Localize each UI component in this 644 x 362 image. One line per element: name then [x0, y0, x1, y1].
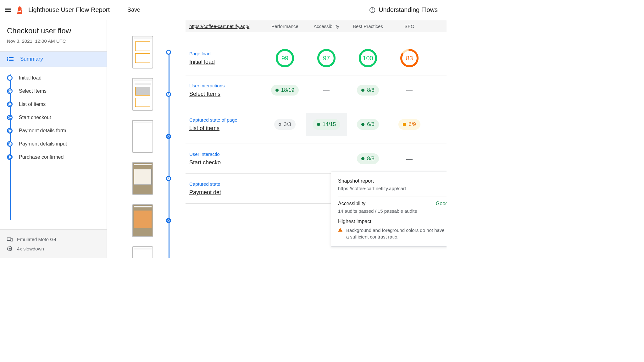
- timeline-item-5[interactable]: [132, 246, 186, 258]
- tooltip-url: https://coffee-cart.netlify.app/cart: [338, 186, 447, 196]
- report-row-1: User interactionsSelect Items18/19—8/8—: [186, 75, 447, 105]
- step-label: Start checkout: [19, 115, 51, 120]
- cpu-icon: [7, 246, 13, 251]
- snapshot-icon: [166, 218, 171, 223]
- row-title-link[interactable]: Select Items: [189, 91, 264, 97]
- devices-icon: [7, 237, 13, 242]
- step-label: Initial load: [19, 75, 42, 81]
- reports-header: https://coffee-cart.netlify.app/ Perform…: [186, 20, 447, 32]
- report-url-link[interactable]: https://coffee-cart.netlify.app/: [189, 24, 249, 29]
- timespan-icon: [7, 141, 13, 147]
- cpu-info: 4x slowdown: [7, 244, 100, 253]
- score-cell: —: [389, 155, 430, 162]
- sidebar-footer: Emulated Moto G4 4x slowdown: [0, 229, 107, 258]
- snapshot-icon: [7, 154, 13, 160]
- svg-rect-13: [7, 238, 11, 240]
- url-column: https://coffee-cart.netlify.app/: [186, 24, 264, 29]
- dot-icon: [361, 157, 364, 160]
- score-pill[interactable]: 8/8: [357, 153, 379, 164]
- col-performance: Performance: [264, 24, 306, 29]
- timeline-item-4[interactable]: [132, 204, 186, 237]
- sidebar-step-3[interactable]: Start checkout: [7, 111, 100, 124]
- row-title-link[interactable]: Start checko: [189, 159, 264, 166]
- step-label: Select Items: [19, 88, 47, 94]
- tooltip-impact-title: Highest impact: [338, 219, 447, 224]
- score-pill[interactable]: 3/3: [274, 119, 296, 130]
- understanding-link[interactable]: Understanding Flows: [379, 6, 438, 14]
- snapshot-tooltip: Snapshot report https://coffee-cart.netl…: [331, 172, 447, 247]
- navigation-icon: [166, 50, 171, 55]
- tooltip-title: Snapshot report: [338, 178, 447, 184]
- sidebar-step-4[interactable]: Payment details form: [7, 124, 100, 137]
- navigation-icon: [7, 75, 13, 81]
- svg-rect-15: [11, 238, 12, 241]
- sidebar: Checkout user flow Nov 3, 2021, 12:00 AM…: [0, 20, 107, 258]
- row-type: User interactio: [189, 151, 264, 157]
- dash: —: [406, 155, 413, 162]
- col-accessibility: Accessibility: [306, 24, 347, 29]
- row-type: User interactions: [189, 83, 264, 88]
- sidebar-step-6[interactable]: Purchase confirmed: [7, 151, 100, 164]
- tooltip-impact-text: Background and foreground colors do not …: [346, 227, 447, 240]
- step-label: Purchase confirmed: [19, 154, 64, 160]
- header: Lighthouse User Flow Report Save Underst…: [0, 0, 447, 20]
- sidebar-item-summary[interactable]: Summary: [0, 51, 107, 67]
- score-cell: 3/3: [264, 119, 306, 130]
- content: https://coffee-cart.netlify.app/ Perform…: [107, 20, 447, 258]
- row-type: Page load: [189, 51, 264, 56]
- score-cell: —: [306, 87, 347, 94]
- svg-point-5: [7, 60, 8, 61]
- timespan-icon: [166, 92, 171, 97]
- timeline-item-2[interactable]: [132, 120, 186, 153]
- step-list: Initial loadSelect ItemsList of itemsSta…: [0, 67, 107, 229]
- svg-rect-4: [9, 59, 14, 59]
- snapshot-icon: [7, 101, 13, 107]
- svg-rect-17: [9, 248, 10, 249]
- sidebar-header: Checkout user flow Nov 3, 2021, 12:00 AM…: [0, 26, 107, 51]
- device-info: Emulated Moto G4: [7, 235, 100, 244]
- timeline-item-1[interactable]: [132, 78, 186, 111]
- row-info: User interactioStart checko: [186, 151, 264, 166]
- timeline-item-0[interactable]: [132, 36, 186, 69]
- thumbnail: [132, 120, 153, 153]
- row-info: Page loadInitial load: [186, 51, 264, 65]
- timeline-item-3[interactable]: [132, 162, 186, 195]
- score-pill[interactable]: 6/9: [398, 119, 420, 130]
- score-cell: 97: [306, 49, 347, 68]
- report-row-0: Page loadInitial load999710083: [186, 41, 447, 75]
- score-pill[interactable]: 6/6: [357, 119, 379, 130]
- main: Checkout user flow Nov 3, 2021, 12:00 AM…: [0, 20, 447, 258]
- step-label: Payment details form: [19, 128, 66, 134]
- score-cell: 6/6: [347, 119, 389, 130]
- row-title-link[interactable]: List of items: [189, 125, 264, 132]
- sidebar-step-5[interactable]: Payment details input: [7, 137, 100, 151]
- row-type: Captured state of page: [189, 117, 264, 123]
- score-pill[interactable]: 18/19: [271, 85, 299, 96]
- score-cell: 8/8: [347, 85, 389, 96]
- dot-icon: [317, 123, 320, 126]
- summary-label: Summary: [20, 56, 43, 62]
- score-gauge: 83: [400, 49, 419, 68]
- timespan-icon: [7, 115, 13, 120]
- score-cell: 8/8: [347, 153, 389, 164]
- thumbnail: [132, 246, 153, 258]
- row-info: Captured statePayment det: [186, 181, 264, 196]
- square-icon: [403, 123, 406, 126]
- svg-rect-6: [9, 60, 14, 61]
- tooltip-category: Accessibility: [338, 201, 365, 206]
- score-gauge: 99: [275, 49, 294, 68]
- score-pill[interactable]: 14/15: [313, 119, 341, 130]
- save-button[interactable]: Save: [127, 7, 140, 13]
- sidebar-step-2[interactable]: List of items: [7, 98, 100, 111]
- help-icon[interactable]: [369, 7, 375, 13]
- thumbnail: [132, 204, 153, 237]
- row-title-link[interactable]: Payment det: [189, 189, 264, 196]
- step-label: Payment details input: [19, 141, 67, 147]
- thumbnail: [132, 162, 153, 195]
- row-title-link[interactable]: Initial load: [189, 59, 264, 65]
- score-pill[interactable]: 8/8: [357, 85, 379, 96]
- tooltip-impact: Background and foreground colors do not …: [338, 227, 447, 240]
- menu-icon[interactable]: [5, 7, 11, 13]
- sidebar-step-1[interactable]: Select Items: [7, 85, 100, 98]
- sidebar-step-0[interactable]: Initial load: [7, 71, 100, 85]
